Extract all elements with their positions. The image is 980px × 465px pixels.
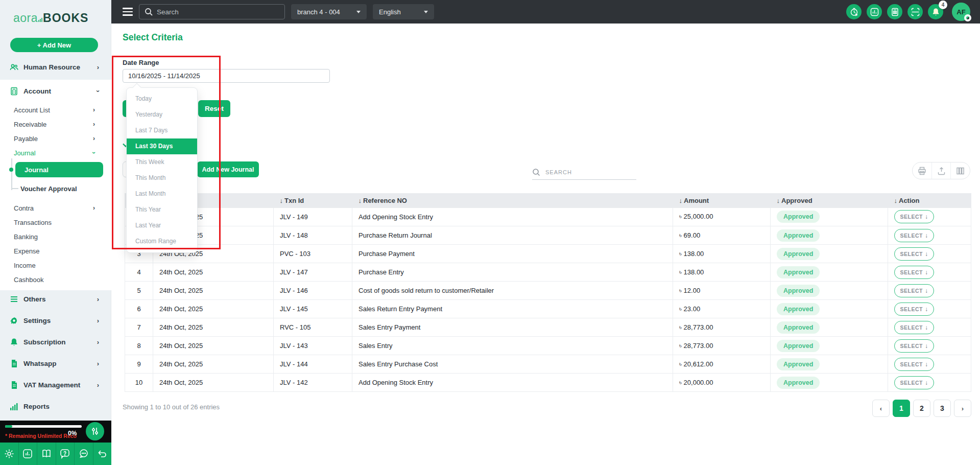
select-label: SELECT: [900, 214, 923, 220]
bell-icon: [10, 338, 18, 346]
pagination-prev-button[interactable]: ‹: [872, 400, 890, 417]
license-progress-track: [5, 425, 82, 428]
table-header-row: Sl↓Date↓Txn Id↓Reference NO↓Amount↓Appro…: [125, 194, 971, 208]
cell-date: 24th Oct, 2025: [153, 337, 274, 355]
table-row: 1024th Oct, 2025JLV - 142Add Opening Sto…: [125, 374, 971, 392]
footer-help-button[interactable]: [56, 443, 75, 465]
sidebar-item-label: Subscription: [23, 338, 66, 346]
sidebar-item-voucher-approval[interactable]: Voucher Approval: [0, 182, 111, 195]
select-action-button[interactable]: SELECT↓: [894, 247, 934, 261]
sidebar-item-account-list[interactable]: Account List›: [0, 104, 111, 116]
select-action-button[interactable]: SELECT↓: [894, 303, 934, 316]
select-action-button[interactable]: SELECT↓: [894, 358, 934, 371]
pagination-page-3[interactable]: 3: [934, 400, 951, 417]
brand-logo[interactable]: aoraBOOKS: [13, 11, 88, 26]
sidebar-item-payable[interactable]: Payable›: [0, 132, 111, 145]
analytics-button[interactable]: [867, 4, 882, 19]
footer-undo-button[interactable]: [93, 443, 112, 465]
add-new-button[interactable]: + Add New: [10, 38, 98, 52]
table-summary: Showing 1 to 10 out of 26 entries: [123, 403, 220, 411]
column-header[interactable]: ↓Reference NO: [352, 194, 673, 208]
status-badge: Approved: [777, 248, 820, 260]
footer-support-button[interactable]: [75, 443, 93, 465]
add-new-journal-button[interactable]: Add New Journal: [197, 161, 259, 177]
dropdown-item-custom-range[interactable]: Custom Range: [127, 234, 197, 249]
footer-docs-button[interactable]: [37, 443, 56, 465]
select-action-button[interactable]: SELECT↓: [894, 210, 934, 223]
global-search-input[interactable]: [157, 8, 279, 16]
global-search-box[interactable]: [139, 4, 285, 19]
select-action-button[interactable]: SELECT↓: [894, 339, 934, 353]
sidebar-item-journal-group[interactable]: Journal›: [0, 147, 111, 159]
sidebar-item-settings[interactable]: Settings›: [0, 314, 111, 327]
dropdown-item-this-week[interactable]: This Week: [127, 154, 197, 170]
sidebar-item-others[interactable]: Others›: [0, 293, 111, 305]
pagination-page-2[interactable]: 2: [913, 400, 930, 417]
dropdown-item-this-year[interactable]: This Year: [127, 202, 197, 218]
chevron-right-icon: ›: [97, 360, 99, 367]
sidebar-item-vat-management[interactable]: VAT Management›: [0, 379, 111, 391]
sidebar-item-subscription[interactable]: Subscription›: [0, 336, 111, 348]
cell-reference: Sales Return Entry Payment: [352, 300, 673, 318]
language-select[interactable]: English: [373, 4, 434, 19]
column-header[interactable]: ↓Amount: [673, 194, 771, 208]
table-search-box[interactable]: [532, 165, 636, 180]
sidebar-item-human-resource[interactable]: Human Resource ›: [0, 61, 111, 73]
export-button[interactable]: [932, 162, 951, 179]
cell-approved: Approved: [771, 208, 888, 226]
cell-txn-id: RVC - 105: [274, 318, 352, 337]
column-header[interactable]: ↓Txn Id: [274, 194, 352, 208]
column-header[interactable]: ↓Action: [888, 194, 971, 208]
chevron-down-icon: ›: [90, 152, 98, 154]
select-action-button[interactable]: SELECT↓: [894, 266, 934, 279]
select-action-button[interactable]: SELECT↓: [894, 321, 934, 334]
sidebar-item-contra[interactable]: Contra›: [0, 202, 111, 214]
branch-select[interactable]: branch 4 - 004: [291, 4, 367, 19]
sidebar-item-receivable[interactable]: Receivable›: [0, 118, 111, 130]
chevron-right-icon: ›: [97, 381, 99, 389]
sidebar-item-account[interactable]: Account ›: [0, 85, 111, 97]
sidebar-item-banking[interactable]: Banking: [0, 230, 111, 243]
pagination-page-1[interactable]: 1: [893, 400, 910, 417]
footer-gear-button[interactable]: [0, 443, 19, 465]
calculator-button[interactable]: [887, 4, 902, 19]
file-icon: [10, 381, 18, 389]
date-range-input[interactable]: [123, 69, 330, 83]
dropdown-item-today[interactable]: Today: [127, 91, 197, 107]
select-label: SELECT: [900, 232, 923, 239]
dropdown-item-last-year[interactable]: Last Year: [127, 218, 197, 234]
sidebar-item-income[interactable]: Income: [0, 259, 111, 271]
sidebar-item-whatsapp[interactable]: Whatsapp›: [0, 357, 111, 369]
quick-settings-button[interactable]: [86, 422, 104, 440]
select-action-button[interactable]: SELECT↓: [894, 376, 934, 389]
dropdown-item-yesterday[interactable]: Yesterday: [127, 107, 197, 123]
column-header[interactable]: ↓Approved: [771, 194, 888, 208]
sidebar-item-transactions[interactable]: Transactions: [0, 216, 111, 228]
print-button[interactable]: [913, 162, 932, 179]
select-action-button[interactable]: SELECT↓: [894, 284, 934, 297]
select-action-button[interactable]: SELECT↓: [894, 229, 934, 242]
sidebar-item-expense[interactable]: Expense: [0, 245, 111, 257]
dropdown-item-this-month[interactable]: This Month: [127, 170, 197, 186]
sidebar-item-journal-active[interactable]: Journal: [15, 162, 103, 177]
footer-chart-button[interactable]: [19, 443, 38, 465]
dropdown-item-last-month[interactable]: Last Month: [127, 186, 197, 202]
sidebar-item-reports[interactable]: Reports: [0, 400, 111, 412]
menu-toggle-button[interactable]: [123, 8, 133, 16]
dropdown-item-last-30-days[interactable]: Last 30 Days: [127, 138, 197, 154]
printer-icon: [918, 167, 926, 175]
columns-button[interactable]: [951, 162, 970, 179]
sidebar-item-label: Voucher Approval: [20, 185, 77, 193]
select-label: SELECT: [900, 306, 923, 312]
sort-arrow-icon: ↓: [894, 197, 898, 204]
table-search-input[interactable]: [545, 169, 627, 175]
scan-button[interactable]: [907, 4, 923, 19]
cell-reference: Purchase Return Journal: [352, 226, 673, 245]
dropdown-item-last-7-days[interactable]: Last 7 Days: [127, 123, 197, 138]
columns-icon: [956, 167, 965, 175]
cell-approved: Approved: [771, 300, 888, 318]
reset-button[interactable]: Reset: [198, 100, 230, 117]
pagination-next-button[interactable]: ›: [954, 400, 971, 417]
timer-button[interactable]: [846, 4, 862, 19]
sidebar-item-cashbook[interactable]: Cashbook: [0, 273, 111, 286]
